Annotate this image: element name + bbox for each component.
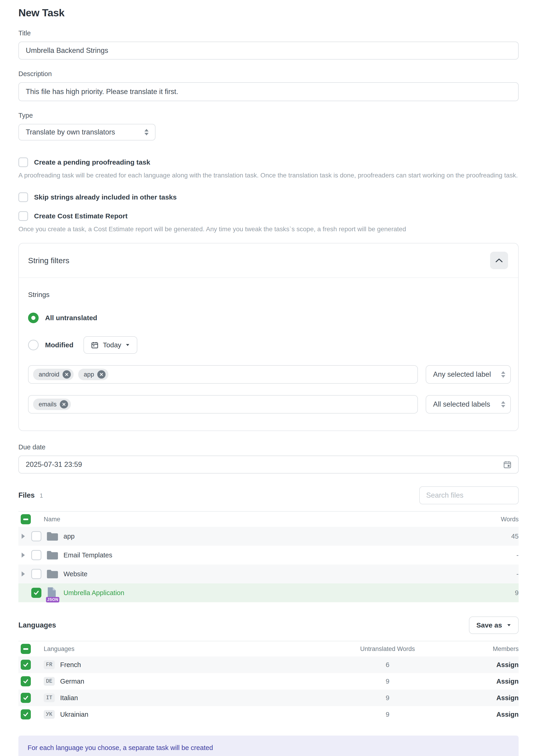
description-input-value: This file has high priority. Please tran…	[26, 88, 178, 96]
description-label: Description	[18, 70, 519, 78]
languages-label: Languages	[18, 621, 56, 629]
label-chip-text: android	[39, 371, 59, 378]
labels-filter-input-1[interactable]: android app	[28, 365, 418, 384]
language-checkbox-checked[interactable]	[21, 660, 31, 670]
expand-caret-icon[interactable]	[22, 571, 25, 576]
due-date-input[interactable]: 2025-07-31 23:59	[18, 456, 519, 474]
files-label: Files	[18, 491, 35, 499]
collapse-panel-button[interactable]	[490, 252, 508, 269]
info-banner-text: For each language you choose, a separate…	[28, 744, 213, 752]
expand-caret-icon[interactable]	[22, 534, 25, 539]
assign-link[interactable]: Assign	[496, 711, 519, 718]
page-title: New Task	[18, 7, 519, 19]
all-untranslated-radio[interactable]	[28, 313, 39, 323]
label-mode-select-2[interactable]: All selected labels	[426, 395, 511, 414]
cost-estimate-checkbox-label: Create Cost Estimate Report	[34, 212, 128, 220]
title-input-value: Umbrella Backend Strings	[26, 46, 108, 55]
files-table: Name Words app 45 Email Templates -	[18, 511, 519, 602]
file-name: Umbrella Application	[63, 589, 486, 597]
select-updown-icon	[501, 401, 505, 408]
remove-chip-button[interactable]	[63, 370, 71, 379]
all-untranslated-radio-label: All untranslated	[45, 314, 97, 322]
proofreading-checkbox[interactable]	[18, 157, 28, 167]
members-column-label: Members	[459, 645, 519, 653]
json-file-icon: JSON	[46, 587, 63, 599]
select-updown-icon	[144, 129, 148, 135]
new-task-form: New Task Title Umbrella Backend Strings …	[0, 0, 543, 756]
remove-chip-button[interactable]	[97, 370, 105, 379]
languages-select-all-checkbox[interactable]	[21, 644, 31, 654]
file-name: app	[63, 533, 486, 540]
label-mode-select-1[interactable]: Any selected label	[426, 365, 511, 384]
file-words: 45	[486, 533, 519, 540]
assign-link[interactable]: Assign	[496, 678, 519, 685]
language-name: French	[60, 661, 81, 669]
type-select-value: Translate by own translators	[26, 128, 115, 136]
labels-filter-input-2[interactable]: emails	[28, 395, 418, 414]
untranslated-words-value: 9	[316, 711, 459, 718]
language-row[interactable]: IT Italian 9 Assign	[18, 690, 519, 706]
cost-estimate-checkbox[interactable]	[18, 211, 28, 221]
modified-radio[interactable]	[28, 340, 39, 350]
language-row[interactable]: FR French 6 Assign	[18, 656, 519, 673]
language-row[interactable]: УК Ukrainian 9 Assign	[18, 706, 519, 723]
language-code-badge: FR	[44, 660, 55, 669]
languages-column-label: Languages	[44, 645, 316, 653]
language-code-badge: IT	[44, 693, 55, 702]
description-input[interactable]: This file has high priority. Please tran…	[18, 82, 519, 101]
language-checkbox-checked[interactable]	[21, 709, 31, 719]
search-files-input[interactable]	[419, 486, 519, 504]
proofreading-checkbox-label: Create a pending proofreading task	[34, 158, 150, 166]
file-row-selected[interactable]: JSON Umbrella Application 9	[18, 583, 519, 602]
files-select-all-checkbox[interactable]	[21, 514, 31, 524]
calendar-icon	[503, 460, 512, 469]
language-name: Ukrainian	[60, 711, 88, 718]
skip-strings-checkbox[interactable]	[18, 192, 28, 202]
folder-icon	[46, 550, 63, 560]
assign-link[interactable]: Assign	[496, 694, 519, 702]
untranslated-words-value: 9	[316, 678, 459, 685]
calendar-icon	[91, 341, 99, 349]
untranslated-words-value: 9	[316, 694, 459, 702]
label-mode-value: All selected labels	[433, 400, 490, 408]
chevron-up-icon	[495, 258, 503, 263]
language-checkbox-checked[interactable]	[21, 676, 31, 686]
folder-icon	[46, 531, 63, 541]
string-filters-title: String filters	[28, 256, 69, 265]
file-checkbox[interactable]	[31, 550, 41, 560]
expand-caret-icon[interactable]	[22, 553, 25, 558]
label-chip-text: app	[84, 371, 94, 378]
file-name: Website	[63, 570, 486, 578]
assign-link[interactable]: Assign	[496, 661, 519, 668]
language-row[interactable]: DE German 9 Assign	[18, 673, 519, 690]
language-name: German	[60, 678, 84, 685]
due-date-label: Due date	[18, 443, 519, 451]
file-checkbox[interactable]	[31, 531, 41, 541]
file-row[interactable]: app 45	[18, 527, 519, 546]
type-select[interactable]: Translate by own translators	[18, 124, 155, 140]
file-row[interactable]: Email Templates -	[18, 546, 519, 565]
due-date-value: 2025-07-31 23:59	[26, 460, 82, 469]
files-column-name: Name	[44, 516, 486, 523]
file-checkbox-checked[interactable]	[31, 588, 41, 598]
caret-down-icon	[126, 344, 129, 346]
language-code-badge: DE	[44, 677, 55, 686]
label-chip: android	[33, 369, 74, 380]
modified-period-dropdown[interactable]: Today	[83, 336, 137, 354]
skip-strings-checkbox-label: Skip strings already included in other t…	[34, 193, 177, 201]
select-updown-icon	[501, 371, 505, 378]
language-code-badge: УК	[44, 710, 55, 719]
title-input[interactable]: Umbrella Backend Strings	[18, 42, 519, 60]
save-as-button[interactable]: Save as	[469, 616, 519, 634]
json-format-badge: JSON	[46, 597, 59, 602]
untranslated-words-value: 6	[316, 661, 459, 669]
file-checkbox[interactable]	[31, 569, 41, 579]
info-banner: For each language you choose, a separate…	[18, 736, 519, 756]
file-words: -	[486, 570, 519, 578]
files-count-badge: 1	[40, 492, 43, 499]
file-row[interactable]: Website -	[18, 565, 519, 583]
label-mode-value: Any selected label	[433, 370, 491, 379]
language-checkbox-checked[interactable]	[21, 693, 31, 703]
folder-icon	[46, 569, 63, 579]
remove-chip-button[interactable]	[60, 400, 68, 408]
